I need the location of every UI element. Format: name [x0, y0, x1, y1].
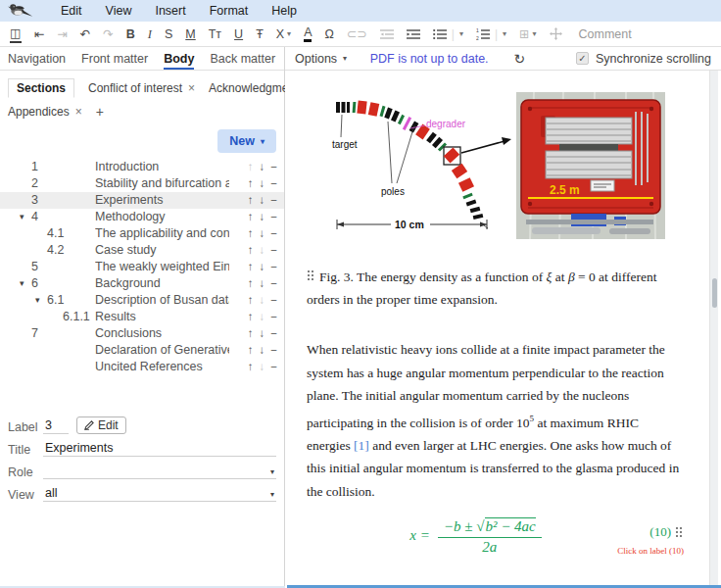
title-field[interactable]: Experiments [43, 441, 276, 457]
document-scrollbar[interactable] [709, 71, 718, 588]
paragraph-1[interactable]: When relativistic heavy ions collide at … [307, 338, 684, 503]
toc-row[interactable]: 3Experiments↑↓− [0, 192, 284, 209]
expander-icon[interactable]: ▾ [20, 209, 31, 225]
label-field[interactable]: 3 [43, 418, 69, 434]
tab-body[interactable]: Body [164, 52, 194, 70]
menu-item-help[interactable]: Help [271, 4, 297, 18]
move-up-icon[interactable]: ↑ [248, 259, 254, 275]
expander-icon[interactable]: ▾ [20, 275, 31, 292]
move-up-icon[interactable]: ↑ [248, 359, 254, 375]
figure-caption[interactable]: Fig. 3. The energy density as a function… [307, 266, 684, 311]
section-tab-conflict-of-interest[interactable]: Conflict of interest× [88, 81, 195, 95]
move-down-icon[interactable]: ↓ [260, 275, 265, 292]
indent-icon[interactable] [407, 28, 420, 40]
move-down-icon[interactable]: ↓ [260, 325, 265, 342]
move-up-icon[interactable]: ↑ [248, 175, 254, 192]
panel-toggle-icon[interactable]: ◫ [10, 25, 22, 43]
drag-handle-icon[interactable] [307, 270, 315, 281]
font-color-button[interactable]: A [304, 26, 312, 42]
new-button[interactable]: New ▾ [217, 129, 276, 153]
move-down-icon[interactable]: ↓ [260, 342, 265, 359]
sync-checkbox[interactable]: ✓ [576, 52, 589, 65]
section-tab-appendices[interactable]: Appendices× [8, 105, 82, 119]
move-up-icon[interactable]: ↑ [248, 292, 254, 309]
move-up-icon[interactable]: ↑ [248, 209, 254, 225]
move-icon[interactable] [550, 27, 562, 40]
menu-item-view[interactable]: View [106, 4, 132, 18]
remove-icon[interactable]: − [270, 325, 277, 342]
remove-icon[interactable]: − [270, 309, 277, 325]
strikethrough-button[interactable]: S [165, 26, 172, 42]
add-section-button[interactable]: + [96, 104, 104, 120]
view-select[interactable]: all▾ [43, 486, 276, 502]
remove-icon[interactable]: − [270, 175, 277, 192]
toc-row[interactable]: 1Introduction↑↓− [0, 159, 284, 175]
toc-row[interactable]: 5The weakly weighted Einstein-squ↑↓− [0, 259, 284, 275]
document-preview[interactable]: target poles degrader 10 cm [285, 71, 721, 588]
text-size-button[interactable]: Tᴛ [209, 26, 221, 42]
expander-icon[interactable]: ▾ [35, 292, 47, 309]
toc-row[interactable]: ▾6Background↑↓− [0, 275, 284, 292]
app-logo-bird-icon[interactable] [4, 1, 37, 21]
special-char-button[interactable]: Ω [324, 26, 333, 42]
refresh-icon[interactable]: ↻ [514, 51, 526, 67]
remove-icon[interactable]: − [270, 192, 277, 209]
tab-navigation[interactable]: Navigation [8, 52, 66, 70]
toc-row[interactable]: 6.1.1Results↑↓− [0, 309, 284, 325]
remove-icon[interactable]: − [270, 292, 277, 309]
move-down-icon[interactable]: ↓ [260, 259, 265, 275]
undo-icon[interactable]: ↶ [80, 26, 90, 42]
move-down-icon[interactable]: ↓ [260, 159, 265, 175]
mark-button[interactable]: M [185, 26, 195, 42]
toc-row[interactable]: 2Stability and bifurcation analysis↑↓− [0, 175, 284, 192]
move-down-icon[interactable]: ↓ [260, 209, 265, 225]
bold-button[interactable]: B [126, 26, 135, 42]
move-down-icon[interactable]: ↓ [260, 192, 265, 209]
bullet-list-dropdown[interactable]: |▾ [433, 26, 463, 42]
menu-item-format[interactable]: Format [210, 4, 249, 18]
drag-handle-icon[interactable] [675, 526, 684, 538]
figure-3[interactable]: target poles degrader 10 cm [330, 92, 686, 244]
tab-front-matter[interactable]: Front matter [81, 52, 148, 70]
menu-item-insert[interactable]: Insert [155, 4, 185, 18]
ordered-list-dropdown[interactable]: 12 |▾ [476, 26, 506, 42]
comment-button[interactable]: Comment [579, 27, 632, 41]
clear-format-button[interactable]: Ŧ [256, 26, 264, 42]
go-last-icon[interactable]: ⇥ [57, 26, 67, 42]
move-up-icon[interactable]: ↑ [248, 325, 254, 342]
move-up-icon[interactable]: ↑ [248, 275, 254, 292]
move-up-icon[interactable]: ↑ [248, 242, 254, 259]
move-up-icon[interactable]: ↑ [248, 309, 254, 325]
toc-row[interactable]: 4.1The applicability and constraints f↑↓… [0, 225, 284, 242]
close-icon[interactable]: × [188, 81, 195, 95]
options-dropdown[interactable]: Options ▾ [295, 52, 347, 66]
close-icon[interactable]: × [75, 105, 82, 119]
remove-icon[interactable]: − [270, 159, 277, 175]
toc-row[interactable]: 4.2Case study↑↓− [0, 242, 284, 259]
remove-icon[interactable]: − [270, 209, 277, 225]
equation-label[interactable]: (10) [649, 524, 684, 540]
remove-icon[interactable]: − [270, 259, 277, 275]
pdf-status-link[interactable]: PDF is not up to date. [370, 52, 489, 66]
move-down-icon[interactable]: ↓ [260, 225, 265, 242]
toc-row[interactable]: ▾4Methodology↑↓− [0, 209, 284, 225]
link-button[interactable]: ⊂⊃ [347, 26, 367, 42]
underline-button[interactable]: U [234, 26, 243, 42]
tab-back-matter[interactable]: Back matter [210, 52, 275, 70]
section-tab-sections[interactable]: Sections [8, 78, 74, 98]
italic-button[interactable]: I [148, 26, 152, 42]
remove-icon[interactable]: − [270, 275, 277, 292]
remove-icon[interactable]: − [270, 225, 277, 242]
move-up-icon[interactable]: ↑ [248, 342, 254, 359]
sub-sup-dropdown[interactable]: X▾ [276, 26, 291, 42]
toc-row[interactable]: Uncited References↑↓− [0, 359, 284, 375]
toc-row[interactable]: ▾6.1Description of Busan dataset↑↓− [0, 292, 284, 309]
move-down-icon[interactable]: ↓ [260, 175, 265, 192]
citation-link[interactable]: [1] [354, 438, 369, 453]
edit-label-button[interactable]: Edit [76, 416, 126, 434]
equation-10[interactable]: x =−b ± √b² − 4ac2a (10) Click on label … [307, 514, 684, 569]
scrollbar-thumb[interactable] [712, 278, 717, 308]
remove-icon[interactable]: − [270, 359, 277, 375]
move-up-icon[interactable]: ↑ [248, 225, 254, 242]
toc-row[interactable]: 7Conclusions↑↓− [0, 325, 284, 342]
